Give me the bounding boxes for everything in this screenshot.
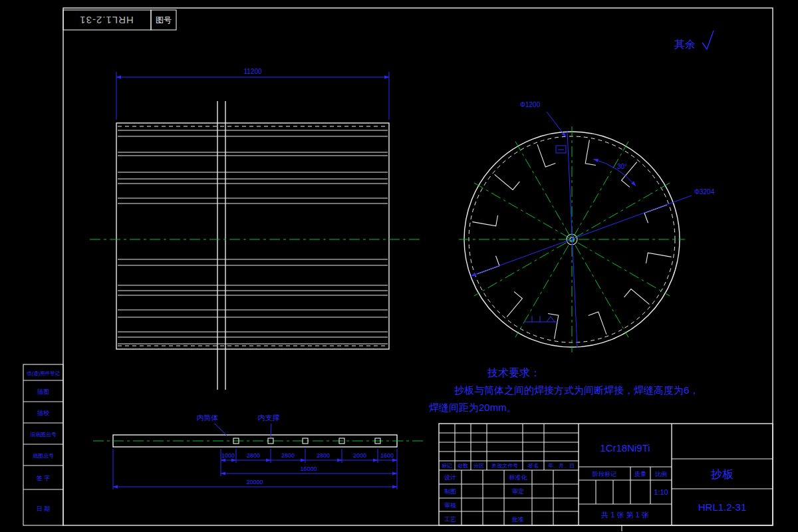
section-view: 内筒体 内支撑 1000 2800 2800 2800 2000 — [93, 414, 426, 489]
row-design-label: 设计 — [444, 474, 456, 481]
dim-16000: 16000 — [300, 466, 317, 472]
drawing-no-text: HRL1.2-31 — [698, 501, 747, 513]
front-view-plate-lines — [118, 130, 388, 344]
end-view: Φ3204 Φ1200 30° — [459, 101, 715, 352]
section-leaders: 内筒体 内支撑 — [197, 414, 280, 438]
row-process-label: 工艺 — [444, 516, 456, 523]
rev-header-doc: 更改文件号 — [491, 463, 518, 469]
label-inner-support: 内支撑 — [258, 414, 280, 422]
cad-drawing-sheet: HRL1.2-31 图号 其余 借(通)用件登记 描图 描校 旧底图总号 底图总… — [0, 0, 798, 532]
name-number-area: 抄板 HRL1.2-31 — [672, 459, 773, 513]
row-review-label: 审定 — [512, 488, 524, 495]
rev-header-date: 年、月、日 — [548, 463, 575, 469]
rev-header-sign: 签名 — [528, 463, 539, 469]
row-check-label: 审核 — [444, 502, 456, 509]
mirrored-drawing-number: HRL1.2-31 — [79, 15, 134, 26]
material-stage-area: 1Cr18Ni9Ti 阶段标记 质量 比例 1:10 共 1 张 第 1 张 — [579, 442, 672, 519]
scale-value: 1:10 — [654, 488, 668, 496]
row-draft-label: 制图 — [444, 488, 456, 495]
tech-req-title: 技术要求： — [487, 367, 541, 378]
title-block: 标记 处数 分区 更改文件号 签名 年、月、日 设计 制图 审核 工艺 标准化 … — [439, 424, 773, 525]
dim-dia-top: Φ1200 — [520, 101, 541, 108]
part-name-text: 抄板 — [710, 468, 733, 481]
surface-note-text: 其余 — [674, 39, 696, 50]
revision-grid: 标记 处数 分区 更改文件号 签名 年、月、日 设计 制图 审核 工艺 标准化 … — [439, 424, 579, 525]
sheet-info: 共 1 张 第 1 张 — [600, 511, 649, 519]
tech-req-line2: 焊缝间距为20mm。 — [429, 402, 517, 413]
sheet-frame — [63, 8, 773, 531]
strip-check-label: 描校 — [37, 410, 49, 416]
dim-11200: 11200 — [243, 68, 262, 75]
rev-header-zone: 分区 — [473, 463, 484, 469]
scale-label: 比例 — [655, 471, 667, 477]
dim-dia-main: Φ3204 — [694, 188, 715, 196]
row-standard-label: 标准化 — [509, 474, 528, 481]
drawing-canvas: HRL1.2-31 图号 其余 借(通)用件登记 描图 描校 旧底图总号 底图总… — [0, 0, 798, 532]
technical-requirements: 技术要求： 抄板与筒体之间的焊接方式为间断焊接，焊缝高度为6， 焊缝间距为20m… — [429, 367, 699, 413]
dim-angle: 30° — [617, 163, 627, 170]
front-view-width-dim: 11200 — [116, 68, 389, 120]
surface-roughness-note: 其余 — [674, 31, 714, 50]
dim-seg-5: 2000 — [353, 452, 366, 459]
drawing-no-label: 图号 — [156, 15, 172, 25]
strip-sign-label: 签 字 — [37, 475, 51, 481]
rev-header-count: 处数 — [458, 463, 468, 469]
rev-header-mark: 标记 — [442, 463, 452, 469]
roughness-icon — [702, 31, 714, 49]
strip-baseno-label: 底图总号 — [33, 453, 54, 459]
section-dimensions: 1000 2800 2800 2800 2000 1600 16000 2000… — [113, 449, 397, 489]
dim-seg-6: 1600 — [380, 452, 394, 459]
strip-date-label: 日 期 — [37, 505, 51, 512]
left-filing-strip: 借(通)用件登记 描图 描校 旧底图总号 底图总号 签 字 日 期 — [23, 364, 63, 525]
front-view: 11200 — [90, 68, 420, 390]
dim-20000: 20000 — [246, 479, 263, 485]
stage-label: 阶段标记 — [593, 471, 616, 477]
dim-seg-2: 2800 — [247, 452, 260, 459]
mass-label: 质量 — [634, 471, 646, 477]
tech-req-line1: 抄板与筒体之间的焊接方式为间断焊接，焊缝高度为6， — [454, 384, 699, 396]
material-text: 1Cr18Ni9Ti — [600, 442, 650, 454]
strip-trace-label: 描图 — [37, 388, 49, 395]
mirrored-number-block: HRL1.2-31 图号 — [63, 10, 176, 30]
label-inner-shell: 内筒体 — [197, 414, 219, 422]
strip-borrow-label: 借(通)用件登记 — [27, 370, 60, 376]
row-approve-label: 批准 — [511, 516, 524, 523]
dim-seg-4: 2800 — [317, 452, 330, 459]
dim-seg-3: 2800 — [281, 452, 295, 459]
inner-support-tube-lines — [217, 101, 225, 390]
weld-symbol-icon — [524, 316, 557, 322]
dim-seg-1: 1000 — [221, 452, 235, 459]
strip-oldno-label: 旧底图总号 — [30, 432, 57, 438]
